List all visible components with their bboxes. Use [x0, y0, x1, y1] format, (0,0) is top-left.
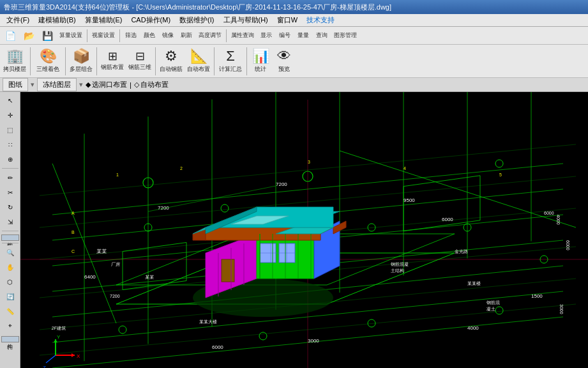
sidebar-btn-rotate[interactable]: ↻ — [1, 200, 19, 214]
svg-rect-78 — [222, 259, 234, 282]
btn-shape-mgr[interactable]: 图形管理 — [331, 28, 359, 43]
btn-view-settings[interactable]: 视窗设置 — [89, 28, 117, 43]
sidebar-btn-3[interactable]: ⬚ — [1, 123, 19, 137]
menu-file[interactable]: 文件(F) — [3, 14, 33, 26]
svg-text:4000: 4000 — [467, 325, 479, 331]
sidebar-btn-5[interactable]: ⊕ — [1, 152, 19, 166]
svg-text:7200: 7200 — [276, 181, 287, 187]
svg-text:1500: 1500 — [531, 293, 543, 299]
sidebar-btn-scale[interactable]: ⇲ — [1, 215, 19, 229]
svg-text:Z: Z — [43, 365, 46, 368]
sep4 — [30, 47, 31, 75]
btn-auto-rebar[interactable]: ⚙ 自动钢筋 — [158, 46, 185, 77]
menu-tools[interactable]: 工具与帮助(H) — [220, 14, 272, 26]
svg-text:某某: 某某 — [96, 249, 107, 254]
title-bar: 鲁班三维算量3DA2014(支持64位)管理板 - [C:\Users\Admi… — [0, 0, 588, 14]
rebar-3d-icon: ⊟ — [135, 50, 145, 63]
btn-new[interactable]: 📄 — [1, 28, 19, 43]
sidebar-btn-ucs[interactable]: ⌖ — [1, 319, 19, 333]
sidebar-divider2 — [2, 231, 19, 231]
tab-drawing[interactable]: 图纸 — [3, 78, 28, 91]
btn-save[interactable]: 💾 — [38, 28, 56, 43]
btn-preview[interactable]: 👁 预览 — [273, 46, 296, 77]
tab-bar: 图纸 ▾ 冻结图层 ▾ ◆ 选洞口布置 | ◇ 自动布置 — [0, 78, 588, 92]
sep6 — [96, 47, 97, 75]
menu-calc[interactable]: 算量辅助(E) — [81, 14, 126, 26]
3d-color-icon: 🎨 — [40, 49, 57, 64]
svg-text:某某大楼: 某某大楼 — [199, 319, 217, 325]
svg-text:X: X — [77, 353, 80, 359]
btn-query[interactable]: 查询 — [313, 28, 331, 43]
tab-freeze-layer[interactable]: 冻结图层 — [37, 78, 77, 91]
btn-display[interactable]: 显示 — [257, 28, 275, 43]
btn-stats[interactable]: 📊 统计 — [249, 46, 272, 77]
menu-support[interactable]: 技术支持 — [303, 14, 338, 26]
sep7 — [155, 47, 156, 75]
svg-text:土结构: 土结构 — [391, 268, 404, 273]
stats-icon: 📊 — [252, 49, 269, 64]
svg-text:4: 4 — [403, 166, 406, 171]
btn-attr[interactable]: 属性查询 — [229, 28, 257, 43]
svg-text:金光路: 金光路 — [455, 249, 468, 254]
cad-drawing: 7200 7200 9500 6000 6400 7200 6000 3000 … — [20, 92, 588, 368]
svg-text:凝土: 凝土 — [486, 307, 495, 311]
svg-text:Y: Y — [57, 334, 61, 340]
sidebar-btn-edit[interactable]: ✏ — [1, 171, 19, 185]
auto-place-icon: 📐 — [190, 49, 207, 64]
left-sidebar: ↖ ✛ ⬚ ∷ ⊕ ✏ ✂ ↻ ⇲ 构件 🔍 ✋ ⬡ 🔄 📏 ⌖ 构件 — [0, 92, 20, 368]
copy-floor-icon: 🏢 — [6, 49, 24, 64]
sep3 — [226, 29, 227, 42]
svg-text:7200: 7200 — [158, 205, 169, 211]
svg-text:钢筋混凝: 钢筋混凝 — [390, 262, 409, 266]
sidebar-btn-zoom[interactable]: 🔍 — [1, 245, 19, 259]
btn-calc-sum[interactable]: Σ 计算汇总 — [216, 46, 245, 77]
sidebar-btn-2[interactable]: ✛ — [1, 108, 19, 122]
multi-floor-icon: 📦 — [73, 49, 90, 64]
sep9 — [246, 47, 247, 75]
btn-calc-settings[interactable]: 算量设置 — [57, 28, 85, 43]
btn-rebar-3d[interactable]: ⊟ 钢筋三维 — [126, 46, 153, 77]
tab-auto-arrange[interactable]: ◇ 自动布置 — [134, 80, 169, 89]
btn-measure[interactable]: 量量 — [294, 28, 312, 43]
btn-height[interactable]: 高度调节 — [196, 28, 224, 43]
btn-refresh[interactable]: 刷新 — [177, 28, 195, 43]
sep2 — [119, 29, 120, 42]
btn-open[interactable]: 📂 — [20, 28, 38, 43]
svg-text:2F建筑: 2F建筑 — [51, 326, 66, 330]
sidebar-btn-measure2[interactable]: 📏 — [1, 304, 19, 318]
btn-multi-floor[interactable]: 📦 多层组合 — [68, 46, 94, 77]
svg-text:9500: 9500 — [403, 197, 415, 203]
btn-3d-color[interactable]: 🎨 三维着色 — [33, 46, 63, 77]
canvas-area[interactable]: 7200 7200 9500 6000 6400 7200 6000 3000 … — [20, 92, 588, 368]
svg-text:3000: 3000 — [559, 304, 564, 314]
svg-text:钢筋混: 钢筋混 — [486, 300, 500, 305]
menu-model[interactable]: 建模辅助(B) — [34, 14, 80, 26]
title-text: 鲁班三维算量3DA2014(支持64位)管理板 - [C:\Users\Admi… — [4, 3, 391, 12]
btn-color[interactable]: 颜色 — [140, 28, 158, 43]
svg-text:A: A — [72, 211, 75, 215]
calc-sum-icon: Σ — [226, 49, 235, 64]
sidebar-btn-1[interactable]: ↖ — [1, 93, 19, 107]
svg-text:1: 1 — [116, 172, 119, 177]
menu-data[interactable]: 数据维护(I) — [176, 14, 218, 26]
menu-window[interactable]: 窗口W — [273, 14, 301, 26]
btn-filter[interactable]: 筛选 — [122, 28, 140, 43]
tab-select-opening[interactable]: ◆ 选洞口布置 — [86, 80, 127, 89]
sidebar-btn-delete[interactable]: ✂ — [1, 185, 19, 199]
sidebar-btn-orbit[interactable]: 🔄 — [1, 289, 19, 303]
btn-auto-place[interactable]: 📐 自动布置 — [185, 46, 212, 77]
btn-mirror[interactable]: 镜像 — [159, 28, 177, 43]
sidebar-btn-3dview[interactable]: ⬡ — [1, 275, 19, 289]
svg-text:6000: 6000 — [442, 217, 453, 222]
sidebar-btn-pan[interactable]: ✋ — [1, 260, 19, 274]
btn-rebar-place[interactable]: ⊞ 钢筋布置 — [99, 46, 126, 77]
toolbar-row-2: 🏢 拷贝楼层 🎨 三维着色 📦 多层组合 ⊞ 钢筋布置 ⊟ 钢筋三维 ⚙ 自动钢… — [0, 45, 588, 78]
btn-copy-floor[interactable]: 🏢 拷贝楼层 — [1, 46, 28, 77]
sidebar-btn-4[interactable]: ∷ — [1, 137, 19, 151]
sidebar-section-member2[interactable]: 构件 — [1, 336, 19, 342]
btn-number[interactable]: 编号 — [276, 28, 294, 43]
preview-icon: 👁 — [277, 49, 291, 64]
menu-cad[interactable]: CAD操作(M) — [127, 14, 174, 26]
auto-rebar-icon: ⚙ — [165, 49, 177, 64]
sidebar-section-member[interactable]: 构件 — [1, 234, 19, 241]
